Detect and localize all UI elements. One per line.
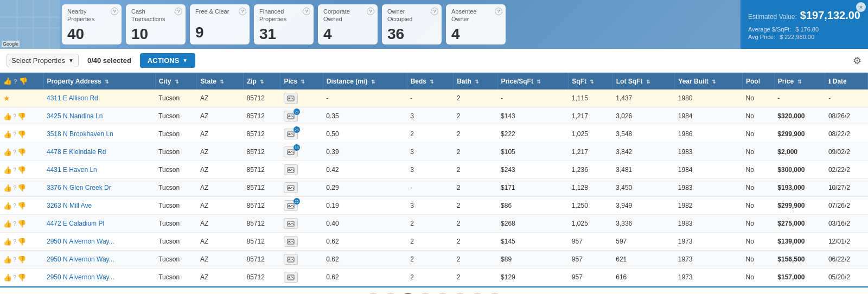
thumb-up-icon[interactable]: 👍 [3,238,12,246]
thumb-down-icon[interactable]: 👎 [17,202,26,210]
question-icon[interactable]: ? [13,184,16,191]
thumb-up-icon[interactable]: 👍 [3,220,12,228]
question-icon[interactable]: ? [13,256,16,263]
thumb-down-icon[interactable]: 👎 [17,112,26,120]
thumb-up-icon[interactable]: 👍 [3,202,12,210]
cell-date: 07/26/2 [825,197,868,215]
address-link[interactable]: 2950 N Alvernon Way... [47,255,114,263]
thumb-up-icon[interactable]: 👍 [3,255,12,264]
col-city[interactable]: City ⇅ [155,73,197,90]
thumb-down-icon[interactable]: 👎 [17,220,26,228]
col-pricesqft[interactable]: Price/SqFt ⇅ [497,73,569,90]
address-link[interactable]: 2950 N Alvernon Way... [47,273,114,281]
pics-icon[interactable] [284,236,298,247]
gear-icon[interactable]: ⚙ [853,55,861,67]
thumb-down-icon[interactable]: 👎 [17,238,26,246]
col-address[interactable]: Property Address ⇅ [43,73,155,90]
pics-icon[interactable]: 29 [284,111,298,122]
question-icon[interactable]: ? [13,113,16,119]
thumb-up-icon[interactable]: 👍 [3,166,12,174]
cell-yearbuilt: 1986 [675,125,743,143]
help-icon-cash[interactable]: ? [175,8,182,15]
thumb-down-icon[interactable]: 👎 [17,130,26,138]
pics-icon[interactable] [284,218,298,229]
select-properties-button[interactable]: Select Properties ▼ [7,54,79,67]
question-icon[interactable]: ? [13,220,16,227]
map-area [0,0,60,49]
pics-icon[interactable]: 25 [284,200,298,211]
cell-state: AZ [197,269,243,286]
address-link[interactable]: 3425 N Nandina Ln [47,112,103,120]
cell-sqft: 1,250 [569,197,612,215]
star-icon[interactable]: ★ [3,94,10,103]
help-icon-free[interactable]: ? [239,8,246,15]
help-icon-owner[interactable]: ? [431,8,438,15]
col-zip[interactable]: Zip ⇅ [243,73,280,90]
thumb-down-icon[interactable]: 👎 [17,273,26,282]
address-link[interactable]: 4311 E Allison Rd [47,94,98,102]
thumb-down-icon[interactable]: 👎 [17,148,26,156]
cell-zip: 85712 [243,179,280,197]
address-link[interactable]: 3263 N Mill Ave [47,202,92,209]
estimated-value: $197,132.00 [800,9,860,22]
pics-icon[interactable] [284,272,298,283]
thumb-up-icon[interactable]: 👍 [3,112,12,120]
col-actions[interactable]: 👍 ? 👎 [0,73,43,90]
question-icon[interactable]: ? [13,274,16,280]
svg-rect-0 [0,0,60,49]
pics-icon[interactable]: 15 [284,146,298,157]
table-row: 👍 ? 👎 4472 E Caladium Pl Tucson AZ 85712… [0,215,868,233]
cell-bath: 2 [454,143,497,161]
question-icon[interactable]: ? [13,131,16,137]
address-link[interactable]: 4431 E Haven Ln [47,166,97,174]
table-row: 👍 ? 👎 4478 E Kleindale Rd Tucson AZ 8571… [0,143,868,161]
cell-state: AZ [197,233,243,251]
address-link[interactable]: 2950 N Alvernon Way... [47,238,114,245]
thumb-down-icon[interactable]: 👎 [17,255,26,264]
question-icon[interactable]: ? [13,167,16,173]
col-pool[interactable]: Pool [743,73,775,90]
address-link[interactable]: 4478 E Kleindale Rd [47,148,106,156]
cell-date: 12/01/2 [825,233,868,251]
thumb-down-icon[interactable]: 👎 [17,166,26,174]
pics-icon[interactable] [284,254,298,265]
pics-icon[interactable] [284,182,298,193]
cell-yearbuilt: 1973 [675,269,743,286]
help-icon-financed[interactable]: ? [303,8,310,15]
col-distance[interactable]: Distance (mi) ⇅ [323,73,407,90]
col-lotsqft[interactable]: Lot SqFt ⇅ [612,73,675,90]
thumb-up-icon[interactable]: 👍 [3,273,12,282]
address-link[interactable]: 3518 N Brookhaven Ln [47,130,113,138]
thumb-up-icon[interactable]: 👍 [3,130,12,138]
col-beds[interactable]: Beds ⇅ [407,73,453,90]
address-link[interactable]: 3376 N Glen Creek Dr [47,184,111,191]
address-link[interactable]: 4472 E Caladium Pl [47,220,104,227]
col-pics[interactable]: Pics ⇅ [280,73,323,90]
cell-date: 03/16/2 [825,215,868,233]
question-icon[interactable]: ? [13,149,16,155]
cell-zip: 85712 [243,197,280,215]
help-icon-absentee[interactable]: ? [495,8,502,15]
col-yearbuilt[interactable]: Year Built ⇅ [675,73,743,90]
thumb-up-icon[interactable]: 👍 [3,148,12,156]
col-state[interactable]: State ⇅ [197,73,243,90]
cell-lotsqft: 616 [612,269,675,286]
col-date[interactable]: ℹ Date [825,73,868,90]
col-sqft[interactable]: SqFt ⇅ [569,73,612,90]
col-price[interactable]: Price ⇅ [774,73,825,90]
thumb-down-icon[interactable]: 👎 [17,184,26,192]
pics-icon[interactable] [284,164,298,175]
cell-beds: 2 [407,251,453,269]
pics-icon[interactable] [284,93,298,104]
col-bath[interactable]: Bath ⇅ [454,73,497,90]
help-icon-corporate[interactable]: ? [367,8,374,15]
question-icon[interactable]: ? [13,238,16,245]
cell-distance: 0.19 [323,197,407,215]
close-button[interactable]: × [856,2,866,12]
pics-icon[interactable]: 28 [284,129,298,139]
svg-rect-4 [33,0,34,49]
thumb-up-icon[interactable]: 👍 [3,184,12,192]
help-icon-nearby[interactable]: ? [111,8,118,15]
question-icon[interactable]: ? [13,202,16,209]
actions-button[interactable]: ACTIONS ▼ [140,53,195,68]
